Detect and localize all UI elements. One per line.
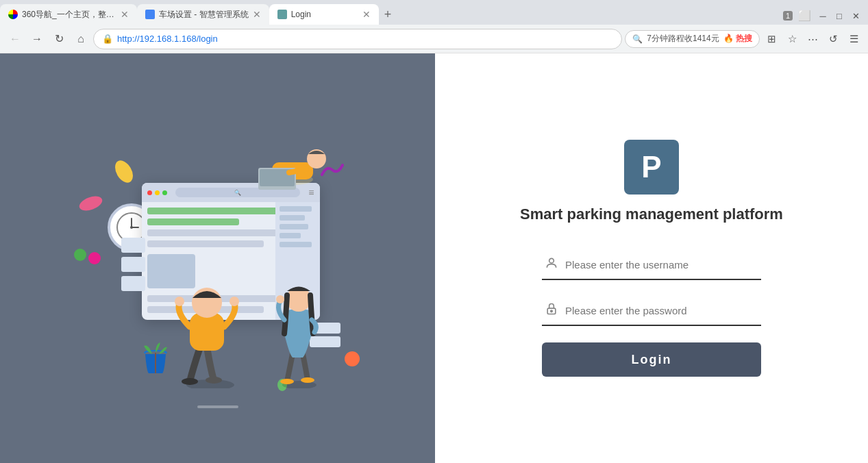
tab-close-login[interactable]: ✕ bbox=[362, 9, 371, 20]
close-button[interactable]: ✕ bbox=[849, 9, 863, 23]
page-content: ≡ bbox=[0, 53, 868, 463]
person-laptop bbox=[238, 135, 334, 190]
svg-point-13 bbox=[206, 377, 222, 384]
search-icon: 🔍 bbox=[632, 34, 643, 44]
maximize-button[interactable]: □ bbox=[832, 9, 846, 23]
svg-point-17 bbox=[230, 297, 239, 306]
minimize-button[interactable]: ─ bbox=[816, 9, 830, 23]
back-button[interactable]: ← bbox=[5, 29, 25, 49]
tab-close-360[interactable]: ✕ bbox=[121, 9, 129, 20]
username-group bbox=[542, 251, 761, 280]
username-input[interactable] bbox=[565, 259, 758, 271]
svg-rect-14 bbox=[190, 313, 224, 351]
tab-login[interactable]: Login ✕ bbox=[269, 4, 379, 25]
svg-point-12 bbox=[182, 378, 198, 385]
svg-point-16 bbox=[175, 297, 184, 306]
deco-green bbox=[74, 249, 86, 261]
tab-icon-parking bbox=[145, 10, 155, 19]
tab-title-login: Login bbox=[291, 10, 358, 19]
illustration: ≡ bbox=[101, 142, 347, 388]
svg-point-27 bbox=[551, 310, 553, 312]
tab-parking[interactable]: 车场设置 - 智慧管理系统 ✕ bbox=[137, 4, 269, 25]
logo-letter: P bbox=[641, 150, 661, 184]
browser-chrome: 360导航_一个主页，整个世界 ✕ 车场设置 - 智慧管理系统 ✕ Login … bbox=[0, 0, 868, 53]
svg-point-23 bbox=[276, 295, 284, 303]
lock-icon: 🔒 bbox=[102, 34, 113, 44]
plant-icon bbox=[138, 340, 173, 375]
bookmark-button[interactable]: ☆ bbox=[783, 30, 801, 48]
left-panel: ≡ bbox=[0, 53, 435, 463]
person-woman bbox=[272, 265, 327, 388]
tab-icon-360 bbox=[8, 10, 18, 19]
forward-button[interactable]: → bbox=[27, 29, 47, 49]
address-bar[interactable]: 🔒 http://192.168.1.168/login bbox=[93, 29, 622, 49]
person-standing bbox=[169, 265, 251, 388]
refresh-button[interactable]: ↻ bbox=[49, 29, 69, 49]
svg-point-20 bbox=[301, 377, 314, 383]
more-button[interactable]: ⋯ bbox=[804, 30, 821, 48]
logo-container: P bbox=[624, 140, 679, 195]
svg-point-19 bbox=[280, 379, 294, 384]
svg-point-3 bbox=[130, 226, 133, 229]
tab-title-360: 360导航_一个主页，整个世界 bbox=[22, 9, 116, 21]
window-icon1[interactable]: ⬜ bbox=[795, 7, 813, 25]
password-input[interactable] bbox=[565, 305, 758, 316]
browser-toolbar: ← → ↻ ⌂ 🔒 http://192.168.1.168/login 🔍 7… bbox=[0, 25, 868, 53]
username-wrapper bbox=[542, 251, 761, 280]
refresh2-button[interactable]: ↺ bbox=[824, 30, 842, 48]
logo-box: P bbox=[624, 140, 679, 195]
deco-pink2 bbox=[88, 252, 101, 264]
scroll-indicator bbox=[197, 405, 238, 408]
right-panel: P Smart parking management platform bbox=[435, 53, 868, 463]
address-text: http://192.168.1.168/login bbox=[117, 34, 613, 44]
search-text: 7分钟路程收1414元 bbox=[647, 33, 719, 45]
tab-title-parking: 车场设置 - 智慧管理系统 bbox=[159, 9, 249, 21]
deco-blocks bbox=[121, 238, 145, 291]
tab-360[interactable]: 360导航_一个主页，整个世界 ✕ bbox=[0, 4, 137, 25]
tab-close-parking[interactable]: ✕ bbox=[253, 9, 261, 20]
menu-button[interactable]: ☰ bbox=[845, 30, 863, 48]
tab-icon-login bbox=[277, 10, 287, 19]
app-title: Smart parking management platform bbox=[520, 205, 783, 223]
login-form: Login bbox=[542, 251, 761, 377]
password-group bbox=[542, 297, 761, 326]
home-button[interactable]: ⌂ bbox=[71, 29, 90, 49]
user-icon bbox=[545, 256, 558, 273]
tab-bar: 360导航_一个主页，整个世界 ✕ 车场设置 - 智慧管理系统 ✕ Login … bbox=[0, 0, 868, 25]
login-button[interactable]: Login bbox=[542, 342, 761, 377]
new-tab-button[interactable]: + bbox=[379, 4, 397, 25]
toolbar-right: 🔍 7分钟路程收1414元 🔥 热搜 ⊞ ☆ ⋯ ↺ ☰ bbox=[625, 30, 863, 48]
password-wrapper bbox=[542, 297, 761, 326]
notification-badge: 1 bbox=[783, 11, 793, 21]
extensions-button[interactable]: ⊞ bbox=[762, 30, 780, 48]
search-bar[interactable]: 🔍 7分钟路程收1414元 🔥 热搜 bbox=[625, 30, 760, 48]
svg-point-25 bbox=[549, 258, 554, 263]
window-controls: 1 ⬜ ─ □ ✕ bbox=[778, 7, 868, 25]
hot-label: 🔥 热搜 bbox=[723, 33, 752, 45]
lock-icon bbox=[545, 302, 558, 319]
svg-line-10 bbox=[289, 169, 306, 173]
